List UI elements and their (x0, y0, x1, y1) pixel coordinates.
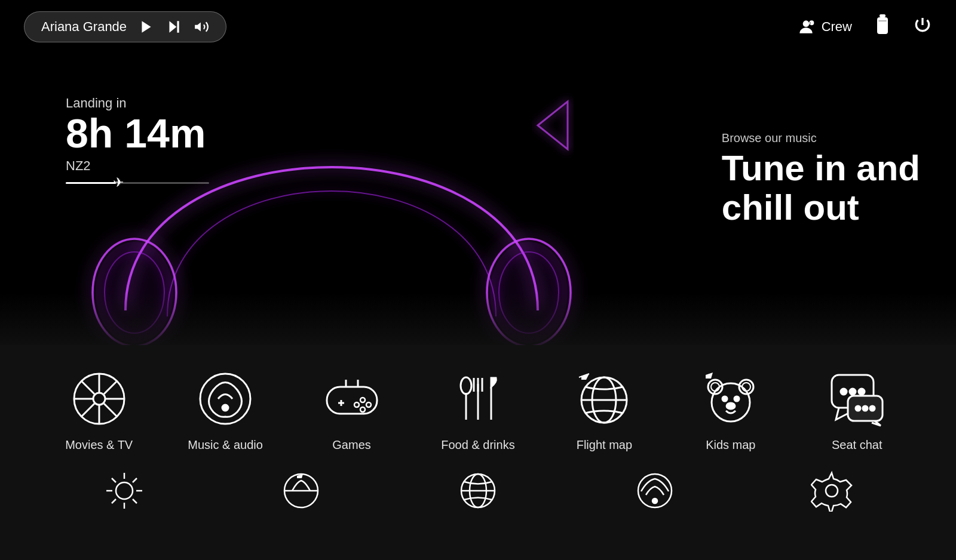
plane-icon: ✈ (113, 175, 124, 190)
menu-item-flight-mode[interactable] (213, 470, 390, 512)
games-label: Games (332, 438, 370, 452)
bottom-menu: Movies & TV Music & audio (0, 345, 956, 560)
wifi-icon (634, 470, 676, 512)
menu-item-movies-tv[interactable]: Movies & TV (36, 369, 162, 452)
flight-map-icon (574, 369, 634, 429)
svg-line-69 (112, 478, 116, 482)
menu-item-kids-map[interactable]: Kids map (667, 369, 793, 452)
music-audio-label: Music & audio (188, 438, 263, 452)
top-right-controls: ! Crew (796, 14, 932, 40)
food-drinks-label: Food & drinks (441, 438, 514, 452)
movies-tv-label: Movies & TV (65, 438, 133, 452)
promo-subtitle: Browse our music (722, 131, 920, 145)
promo-title: Tune in andchill out (722, 149, 920, 227)
svg-point-17 (93, 393, 105, 405)
svg-marker-1 (170, 21, 177, 33)
svg-point-15 (490, 242, 568, 343)
svg-line-70 (133, 499, 137, 503)
games-icon (322, 369, 382, 429)
music-player: Ariana Grande (24, 11, 226, 42)
svg-point-38 (461, 377, 471, 394)
svg-point-14 (96, 242, 173, 343)
svg-point-32 (366, 402, 371, 407)
settings-icon (811, 470, 853, 512)
menu-item-music-audio[interactable]: Music & audio (162, 369, 288, 452)
svg-point-57 (841, 389, 847, 395)
seat-chat-icon (827, 369, 887, 429)
progress-fill (66, 182, 116, 184)
svg-point-80 (826, 485, 838, 497)
svg-point-34 (360, 407, 365, 412)
svg-point-31 (360, 398, 365, 402)
svg-point-64 (116, 482, 133, 499)
menu-item-brightness[interactable] (36, 470, 213, 512)
svg-point-53 (722, 396, 727, 401)
menu-item-food-drinks[interactable]: Food & drinks (415, 369, 541, 452)
movies-tv-icon (69, 369, 129, 429)
brightness-icon (103, 470, 145, 512)
svg-line-72 (112, 499, 116, 503)
kids-map-label: Kids map (706, 438, 755, 452)
top-bar: Ariana Grande ! Crew (0, 0, 956, 54)
svg-rect-28 (327, 387, 377, 414)
seat-chat-label: Seat chat (832, 438, 883, 452)
flight-info: Landing in 8h 14m NZ2 ✈ (66, 96, 209, 184)
progress-track: ✈ (66, 182, 209, 184)
flight-mode-icon (280, 470, 322, 512)
svg-marker-3 (195, 22, 201, 31)
svg-rect-7 (880, 14, 885, 17)
svg-rect-2 (177, 21, 179, 33)
menu-item-settings[interactable] (743, 470, 920, 512)
svg-point-33 (354, 402, 359, 407)
menu-row-1: Movies & TV Music & audio (0, 345, 956, 464)
svg-point-4 (802, 20, 809, 27)
svg-line-23 (104, 404, 117, 417)
flight-code: NZ2 (66, 158, 209, 174)
svg-marker-0 (142, 21, 151, 33)
landing-time: 8h 14m (66, 111, 209, 156)
menu-item-wifi[interactable] (566, 470, 743, 512)
svg-point-63 (870, 406, 875, 411)
food-drinks-icon (448, 369, 508, 429)
svg-point-27 (222, 405, 228, 411)
menu-item-seat-chat[interactable]: Seat chat (794, 369, 920, 452)
promo-section: Browse our music Tune in andchill out (722, 131, 920, 227)
power-button[interactable] (913, 16, 932, 39)
svg-point-59 (859, 389, 865, 395)
landing-label: Landing in (66, 96, 209, 111)
menu-item-flight-map[interactable]: Flight map (541, 369, 667, 452)
svg-point-62 (863, 406, 868, 411)
flight-map-label: Flight map (577, 438, 632, 452)
svg-point-61 (856, 406, 860, 411)
svg-point-79 (652, 499, 657, 503)
menu-row-2 (0, 464, 956, 512)
svg-text:!: ! (810, 21, 811, 26)
kids-map-icon (701, 369, 761, 429)
crew-button[interactable]: ! Crew (796, 17, 852, 36)
svg-point-58 (850, 389, 856, 395)
svg-rect-8 (877, 17, 888, 34)
volume-button[interactable] (194, 19, 209, 35)
svg-point-55 (727, 403, 735, 409)
skip-button[interactable] (166, 19, 182, 35)
svg-point-54 (734, 396, 739, 401)
bottle-icon-button[interactable] (874, 14, 891, 40)
svg-line-25 (81, 404, 94, 417)
menu-item-language[interactable] (390, 470, 566, 512)
language-icon (457, 470, 499, 512)
music-title: Ariana Grande (41, 19, 127, 35)
svg-line-22 (81, 381, 94, 394)
flight-progress: ✈ (66, 182, 209, 184)
svg-line-71 (133, 478, 137, 482)
svg-line-24 (104, 381, 117, 394)
play-button[interactable] (139, 19, 154, 35)
svg-rect-9 (878, 20, 887, 21)
crew-label: Crew (822, 19, 852, 35)
music-audio-icon (195, 369, 255, 429)
menu-item-games[interactable]: Games (289, 369, 415, 452)
